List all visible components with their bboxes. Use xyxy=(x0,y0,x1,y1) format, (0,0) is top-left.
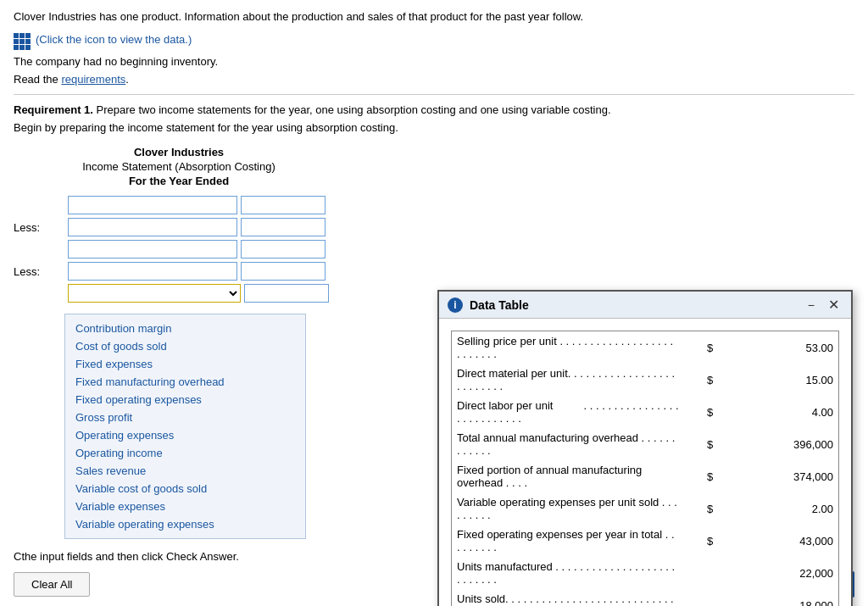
clear-all-button[interactable]: Clear All xyxy=(14,572,90,597)
income-row-less1: Less: xyxy=(14,218,344,236)
table-row: Fixed operating expenses per year in tot… xyxy=(452,525,839,557)
menu-item-contribution-margin[interactable]: Contribution margin xyxy=(65,320,305,337)
table-cell-label-2: Direct labor per unit . . . . . . . . . … xyxy=(452,396,684,428)
menu-item-fixed-mfg-overhead[interactable]: Fixed manufacturing overhead xyxy=(65,373,305,391)
modal-body: Selling price per unit . . . . . . . . .… xyxy=(439,319,851,606)
table-cell-label-5: Variable operating expenses per unit sol… xyxy=(452,492,684,525)
table-cell-dollar-0: $ xyxy=(684,331,719,364)
stmt-period: For the Year Ended xyxy=(14,175,344,187)
click-icon-link[interactable]: (Click the icon to view the data.) xyxy=(36,33,192,46)
table-cell-dollar-8 xyxy=(684,589,719,606)
table-cell-dollar-3: $ xyxy=(684,428,719,460)
minimize-button[interactable]: − xyxy=(804,298,818,312)
dropdown-row xyxy=(14,284,344,303)
input-row2-main[interactable] xyxy=(68,218,237,236)
form-area: Clover Industries Income Statement (Abso… xyxy=(14,146,854,303)
input-row3-main[interactable] xyxy=(68,240,237,259)
input-dropdown-amount[interactable] xyxy=(244,284,329,303)
data-table-modal: i Data Table − ✕ Selling price per unit … xyxy=(437,290,853,606)
menu-item-fixed-operating-expenses[interactable]: Fixed operating expenses xyxy=(65,391,305,409)
requirements-link[interactable]: requirements xyxy=(61,73,125,86)
read-req-prefix: Read the xyxy=(14,73,61,86)
modal-title: Data Table xyxy=(470,298,798,312)
table-row: Units manufactured . . . . . . . . . . .… xyxy=(452,557,839,589)
input-row3-amount[interactable] xyxy=(241,240,326,259)
input-row4-amount[interactable] xyxy=(241,262,326,281)
income-statement: Clover Industries Income Statement (Abso… xyxy=(14,146,344,303)
main-content: Clover Industries has one product. Infor… xyxy=(0,0,868,313)
table-cell-value-4: 374,000 xyxy=(718,460,838,492)
table-cell-value-8: 18,000 xyxy=(718,589,838,606)
intro-text: Clover Industries has one product. Infor… xyxy=(14,10,854,23)
table-cell-value-6: 43,000 xyxy=(718,525,838,557)
divider xyxy=(14,94,854,95)
table-cell-dollar-1: $ xyxy=(684,364,719,396)
table-cell-dollar-6: $ xyxy=(684,525,719,557)
instruction-c: C xyxy=(14,550,21,563)
read-req-suffix: . xyxy=(125,73,129,86)
table-cell-dollar-4: $ xyxy=(684,460,719,492)
table-cell-label-6: Fixed operating expenses per year in tot… xyxy=(452,525,684,557)
menu-item-fixed-expenses[interactable]: Fixed expenses xyxy=(65,355,305,373)
table-cell-value-2: 4.00 xyxy=(718,396,838,428)
menu-item-variable-cost-goods-sold[interactable]: Variable cost of goods sold xyxy=(65,480,305,498)
table-cell-label-7: Units manufactured . . . . . . . . . . .… xyxy=(452,557,684,589)
menu-item-sales-revenue[interactable]: Sales revenue xyxy=(65,462,305,480)
dropdown-select[interactable] xyxy=(68,284,241,303)
table-row: Total annual manufacturing overhead . . … xyxy=(452,428,839,460)
grid-icon xyxy=(14,28,31,50)
table-cell-value-1: 15.00 xyxy=(718,364,838,396)
income-row-1 xyxy=(14,196,344,214)
table-cell-dollar-5: $ xyxy=(684,492,719,525)
menu-item-gross-profit[interactable]: Gross profit xyxy=(65,409,305,426)
dropdown-menu: Contribution margin Cost of goods sold F… xyxy=(64,314,306,539)
requirement-text: Requirement 1. Prepare two income statem… xyxy=(14,103,854,116)
begin-text: Begin by preparing the income statement … xyxy=(14,121,854,134)
table-row: Variable operating expenses per unit sol… xyxy=(452,492,839,525)
stmt-title: Income Statement (Absorption Costing) xyxy=(14,160,344,173)
close-button[interactable]: ✕ xyxy=(825,297,843,313)
table-cell-value-5: 2.00 xyxy=(718,492,838,525)
table-cell-label-3: Total annual manufacturing overhead . . … xyxy=(452,428,684,460)
no-inventory-text: The company had no beginning inventory. xyxy=(14,55,854,68)
table-row: Direct material per unit. . . . . . . . … xyxy=(452,364,839,396)
table-cell-value-7: 22,000 xyxy=(718,557,838,589)
menu-item-operating-expenses[interactable]: Operating expenses xyxy=(65,426,305,444)
table-cell-label-1: Direct material per unit. . . . . . . . … xyxy=(452,364,684,396)
table-cell-value-3: 396,000 xyxy=(718,428,838,460)
input-row4-main[interactable] xyxy=(68,262,237,281)
table-cell-label-0: Selling price per unit . . . . . . . . .… xyxy=(452,331,684,364)
table-row: Fixed portion of annual manufacturing ov… xyxy=(452,460,839,492)
menu-item-operating-income[interactable]: Operating income xyxy=(65,444,305,462)
input-row1-amount[interactable] xyxy=(241,196,326,214)
less-label-2: Less: xyxy=(14,265,64,278)
table-cell-label-8: Units sold. . . . . . . . . . . . . . . … xyxy=(452,589,684,606)
modal-header: i Data Table − ✕ xyxy=(439,292,851,319)
info-icon: i xyxy=(448,297,463,313)
input-row2-amount[interactable] xyxy=(241,218,326,236)
stmt-company: Clover Industries xyxy=(14,146,344,158)
input-row1-main[interactable] xyxy=(68,196,237,214)
table-row: Units sold. . . . . . . . . . . . . . . … xyxy=(452,589,839,606)
read-req-text: Read the requirements. xyxy=(14,73,854,86)
click-icon-row[interactable]: (Click the icon to view the data.) xyxy=(14,28,854,50)
less-label-1: Less: xyxy=(14,221,64,234)
instruction-text: the input fields and then click Check An… xyxy=(21,550,239,563)
table-row: Selling price per unit . . . . . . . . .… xyxy=(452,331,839,364)
data-table: Selling price per unit . . . . . . . . .… xyxy=(451,331,839,606)
table-cell-value-0: 53.00 xyxy=(718,331,838,364)
menu-item-cost-goods-sold[interactable]: Cost of goods sold xyxy=(65,337,305,355)
requirement-label: Requirement 1. xyxy=(14,103,93,116)
menu-item-variable-operating-expenses[interactable]: Variable operating expenses xyxy=(65,515,305,533)
income-row-3 xyxy=(14,240,344,259)
table-row: Direct labor per unit . . . . . . . . . … xyxy=(452,396,839,428)
income-row-less2: Less: xyxy=(14,262,344,281)
table-cell-dollar-2: $ xyxy=(684,396,719,428)
table-cell-label-4: Fixed portion of annual manufacturing ov… xyxy=(452,460,684,492)
table-cell-dollar-7 xyxy=(684,557,719,589)
requirement-desc: Prepare two income statements for the ye… xyxy=(93,103,611,116)
menu-item-variable-expenses[interactable]: Variable expenses xyxy=(65,498,305,515)
